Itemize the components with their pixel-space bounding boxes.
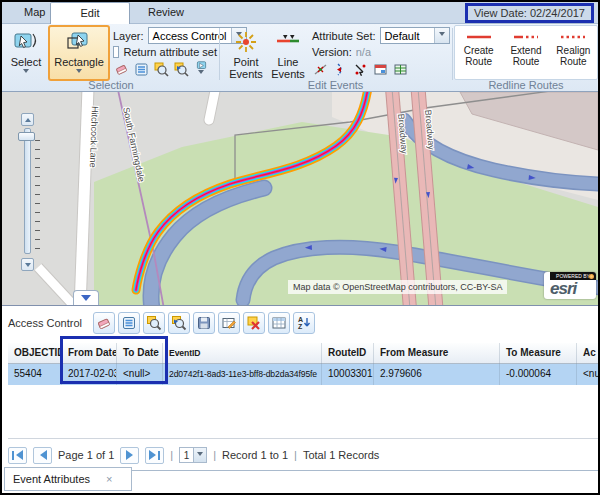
close-tab-icon[interactable]: ×	[106, 473, 112, 485]
layer-label: Layer:	[113, 30, 144, 42]
zoom-out-button[interactable]	[21, 258, 34, 271]
line-events-label: Line Events	[269, 56, 307, 80]
attribute-table-button[interactable]	[268, 312, 290, 334]
tab-event-attributes-label: Event Attributes	[13, 473, 90, 485]
column-header[interactable]: Ac	[577, 343, 598, 364]
column-header[interactable]: EventID	[163, 343, 322, 364]
rectangle-tool-icon	[66, 29, 92, 55]
prev-page-button[interactable]	[33, 447, 52, 464]
view-date-callout: View Date: 02/24/2017	[465, 3, 594, 23]
page-select[interactable]: 1	[179, 447, 207, 463]
tab-edit[interactable]: Edit	[50, 2, 130, 24]
event-form-icon[interactable]	[372, 61, 388, 77]
group-label-redline-routes: Redline Routes	[454, 79, 598, 91]
esri-logo: POWERED BY esri	[544, 272, 596, 299]
zoom-out-icon	[25, 263, 31, 270]
extend-route-label: Extend Route	[502, 45, 549, 67]
reassign-event-icon[interactable]	[352, 61, 368, 77]
eraser-icon[interactable]	[113, 61, 129, 77]
prev-page-icon	[35, 450, 47, 460]
map-canvas[interactable]: Hitchcock Lane South Farmingdale Broadwa…	[2, 92, 598, 305]
column-header[interactable]: From Date	[62, 343, 117, 364]
tab-event-attributes[interactable]: Event Attributes ×	[4, 467, 132, 491]
clear-selection-button[interactable]	[93, 312, 115, 334]
extend-route-icon	[513, 34, 539, 40]
zoom-to-selection-icon[interactable]	[153, 61, 169, 77]
tab-review[interactable]: Review	[134, 2, 198, 24]
pan-to-selection-icon[interactable]	[173, 61, 189, 77]
first-page-button[interactable]	[8, 447, 27, 464]
zoom-in-button[interactable]	[21, 113, 34, 126]
table-cell[interactable]: 10003301	[322, 364, 374, 385]
zoom-slider-track[interactable]	[24, 128, 31, 254]
panel-toolbar: Access Control AZ	[8, 310, 315, 336]
attribute-set-dropdown[interactable]: Default	[380, 27, 450, 44]
grid-header-row: OBJECTIDFrom DateTo DateEventIDRouteIDFr…	[8, 343, 598, 364]
column-header[interactable]: To Measure	[500, 343, 577, 364]
attribute-set-label: Attribute Set:	[312, 30, 376, 42]
column-header[interactable]: RouteID	[322, 343, 374, 364]
line-events-icon	[275, 29, 301, 55]
grid-selected-row[interactable]: 554042017-02-03<null>2d0742f1-8ad3-11e3-…	[8, 364, 598, 385]
realign-route-button[interactable]: Realign Route	[550, 26, 597, 79]
panel-title: Access Control	[8, 317, 82, 329]
create-route-label: Create Route	[455, 45, 502, 67]
sort-button[interactable]: AZ	[293, 312, 315, 334]
pan-to-selection-icon	[171, 315, 187, 331]
next-page-button[interactable]	[120, 447, 139, 464]
return-attribute-set-checkbox[interactable]	[113, 46, 119, 58]
zoom-slider-ticks	[35, 140, 40, 250]
create-route-button[interactable]: Create Route	[455, 26, 502, 79]
application-window: Map Edit Review View Date: 02/24/2017 Se…	[0, 0, 600, 495]
edit-records-button[interactable]	[218, 312, 240, 334]
separator: |	[213, 449, 216, 461]
split-event-icon[interactable]	[312, 61, 328, 77]
last-page-button[interactable]	[145, 447, 164, 464]
table-cell[interactable]: <null>	[117, 364, 163, 385]
separator: |	[294, 449, 297, 461]
rectangle-label: Rectangle	[54, 56, 104, 68]
point-events-button[interactable]: Point Events	[226, 26, 266, 81]
table-cell[interactable]: 55404	[8, 364, 62, 385]
line-events-button[interactable]: Line Events	[268, 26, 308, 81]
svg-text:A: A	[298, 316, 303, 323]
create-route-icon	[466, 34, 492, 40]
zoom-to-selection-button[interactable]	[143, 312, 165, 334]
extend-route-button[interactable]: Extend Route	[502, 26, 549, 79]
show-table-button[interactable]	[118, 312, 140, 334]
record-status: Record 1 to 1	[222, 449, 288, 461]
save-button[interactable]	[193, 312, 215, 334]
table-cell[interactable]: 2017-02-03	[62, 364, 117, 385]
rectangle-button[interactable]: Rectangle	[48, 25, 110, 81]
event-table-icon[interactable]	[392, 61, 408, 77]
group-edit-events: Point Events Line Events Attribute Set: …	[220, 24, 451, 92]
column-header[interactable]: OBJECTID	[8, 343, 62, 364]
column-header[interactable]: From Measure	[374, 343, 500, 364]
zoom-in-icon	[25, 115, 31, 122]
point-events-icon	[233, 29, 259, 55]
table-cell[interactable]: 2.979606	[374, 364, 500, 385]
zoom-to-selection-icon	[146, 315, 162, 331]
table-cell[interactable]: -0.000064	[500, 364, 577, 385]
separator: |	[170, 449, 173, 461]
delete-records-button[interactable]	[243, 312, 265, 334]
merge-event-icon[interactable]	[332, 61, 348, 77]
selection-options-icon[interactable]	[193, 61, 209, 77]
realign-route-icon	[560, 34, 586, 40]
group-redline-routes: Create Route Extend Route Realign Route …	[454, 24, 598, 92]
select-caret-icon	[23, 69, 29, 76]
version-label: Version:	[312, 46, 352, 58]
page-select-value: 1	[180, 448, 193, 462]
list-icon[interactable]	[133, 61, 149, 77]
sort-icon: AZ	[296, 315, 312, 331]
attribute-set-caret-icon[interactable]	[434, 28, 449, 43]
select-button[interactable]: Select	[7, 26, 45, 77]
zoom-slider-handle[interactable]	[18, 132, 35, 141]
table-cell[interactable]: 2d0742f1-8ad3-11e3-bff8-db2da34f95fe	[163, 364, 322, 385]
panel-collapse-tab[interactable]	[73, 290, 99, 305]
table-cell[interactable]: <null>	[577, 364, 598, 385]
column-header[interactable]: To Date	[117, 343, 163, 364]
pan-to-selection-button[interactable]	[168, 312, 190, 334]
group-label-selection: Selection	[4, 79, 218, 91]
attribute-table-icon	[271, 315, 287, 331]
